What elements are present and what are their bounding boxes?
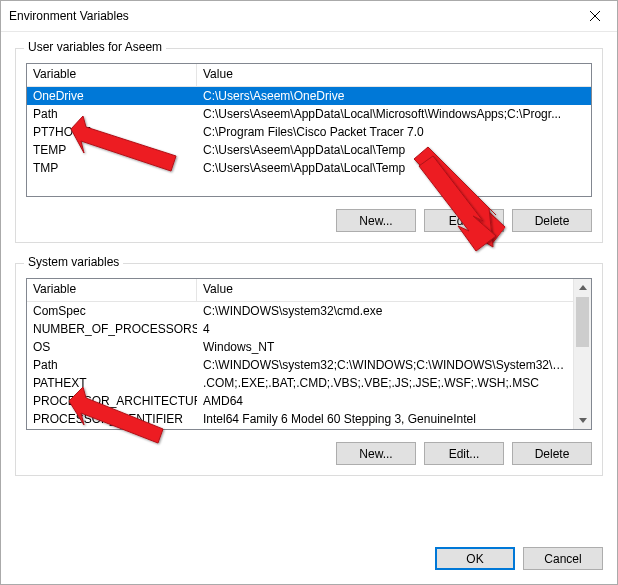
svg-marker-3 — [579, 418, 587, 423]
row-variable: Path — [27, 356, 197, 374]
row-variable: OS — [27, 338, 197, 356]
row-value: AMD64 — [197, 392, 573, 410]
close-icon — [590, 11, 600, 21]
system-header-value[interactable]: Value — [197, 279, 573, 301]
table-row[interactable]: OS Windows_NT — [27, 338, 573, 356]
system-buttons: New... Edit... Delete — [26, 442, 592, 465]
system-edit-button[interactable]: Edit... — [424, 442, 504, 465]
table-row[interactable]: PATHEXT .COM;.EXE;.BAT;.CMD;.VBS;.VBE;.J… — [27, 374, 573, 392]
table-row[interactable]: NUMBER_OF_PROCESSORS 4 — [27, 320, 573, 338]
row-variable: NUMBER_OF_PROCESSORS — [27, 320, 197, 338]
row-value: .COM;.EXE;.BAT;.CMD;.VBS;.VBE;.JS;.JSE;.… — [197, 374, 573, 392]
system-group-title: System variables — [24, 255, 123, 269]
table-row[interactable]: TMP C:\Users\Aseem\AppData\Local\Temp — [27, 159, 591, 177]
user-variables-group: User variables for Aseem Variable Value … — [15, 48, 603, 243]
user-new-button[interactable]: New... — [336, 209, 416, 232]
row-variable: PATHEXT — [27, 374, 197, 392]
titlebar: Environment Variables — [1, 1, 617, 32]
table-row[interactable]: OneDrive C:\Users\Aseem\OneDrive — [27, 87, 591, 105]
user-edit-button[interactable]: Edit... — [424, 209, 504, 232]
user-header-value[interactable]: Value — [197, 64, 591, 86]
row-value: C:\Users\Aseem\AppData\Local\Temp — [197, 159, 591, 177]
dialog-content: User variables for Aseem Variable Value … — [1, 32, 617, 537]
system-delete-button[interactable]: Delete — [512, 442, 592, 465]
window-title: Environment Variables — [9, 9, 573, 23]
row-value: C:\Users\Aseem\AppData\Local\Temp — [197, 141, 591, 159]
row-value: C:\Users\Aseem\OneDrive — [197, 87, 591, 105]
user-buttons: New... Edit... Delete — [26, 209, 592, 232]
table-row[interactable]: PROCESSOR_IDENTIFIER Intel64 Family 6 Mo… — [27, 410, 573, 428]
row-variable: PROCESSOR_IDENTIFIER — [27, 410, 197, 428]
row-value: Intel64 Family 6 Model 60 Stepping 3, Ge… — [197, 410, 573, 428]
row-value: C:\Program Files\Cisco Packet Tracer 7.0 — [197, 123, 591, 141]
table-row[interactable]: PROCESSOR_ARCHITECTURE AMD64 — [27, 392, 573, 410]
row-variable: ComSpec — [27, 302, 197, 320]
table-row[interactable]: TEMP C:\Users\Aseem\AppData\Local\Temp — [27, 141, 591, 159]
svg-marker-2 — [579, 285, 587, 290]
table-row[interactable]: ComSpec C:\WINDOWS\system32\cmd.exe — [27, 302, 573, 320]
user-variables-list[interactable]: Variable Value OneDrive C:\Users\Aseem\O… — [26, 63, 592, 197]
row-value: 4 — [197, 320, 573, 338]
ok-button[interactable]: OK — [435, 547, 515, 570]
row-variable: TEMP — [27, 141, 197, 159]
user-delete-button[interactable]: Delete — [512, 209, 592, 232]
row-value: C:\WINDOWS\system32;C:\WINDOWS;C:\WINDOW… — [197, 356, 573, 374]
row-value: C:\Users\Aseem\AppData\Local\Microsoft\W… — [197, 105, 591, 123]
user-list-header: Variable Value — [27, 64, 591, 87]
row-variable: Path — [27, 105, 197, 123]
row-value: Windows_NT — [197, 338, 573, 356]
system-new-button[interactable]: New... — [336, 442, 416, 465]
scroll-thumb[interactable] — [576, 297, 589, 347]
scroll-up-icon[interactable] — [574, 279, 591, 296]
system-variables-group: System variables Variable Value ComSpec … — [15, 263, 603, 476]
row-variable: PROCESSOR_ARCHITECTURE — [27, 392, 197, 410]
table-row[interactable]: PT7HOME C:\Program Files\Cisco Packet Tr… — [27, 123, 591, 141]
system-header-variable[interactable]: Variable — [27, 279, 197, 301]
dialog-footer: OK Cancel — [1, 537, 617, 584]
env-vars-dialog: Environment Variables User variables for… — [0, 0, 618, 585]
scroll-down-icon[interactable] — [574, 412, 591, 429]
row-variable: TMP — [27, 159, 197, 177]
row-variable: PT7HOME — [27, 123, 197, 141]
system-list-header: Variable Value — [27, 279, 573, 302]
user-group-title: User variables for Aseem — [24, 40, 166, 54]
row-variable: OneDrive — [27, 87, 197, 105]
table-row[interactable]: Path C:\WINDOWS\system32;C:\WINDOWS;C:\W… — [27, 356, 573, 374]
cancel-button[interactable]: Cancel — [523, 547, 603, 570]
system-variables-list[interactable]: Variable Value ComSpec C:\WINDOWS\system… — [26, 278, 592, 430]
table-row[interactable]: Path C:\Users\Aseem\AppData\Local\Micros… — [27, 105, 591, 123]
row-value: C:\WINDOWS\system32\cmd.exe — [197, 302, 573, 320]
system-scrollbar[interactable] — [573, 279, 591, 429]
close-button[interactable] — [573, 1, 617, 31]
user-header-variable[interactable]: Variable — [27, 64, 197, 86]
